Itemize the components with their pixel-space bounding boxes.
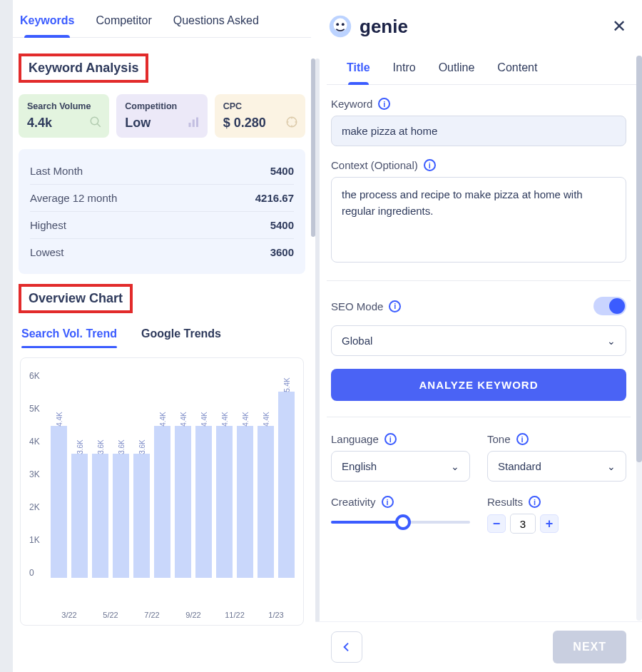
chart-bar: 3.6K: [113, 454, 129, 578]
stepper-minus-button[interactable]: −: [487, 514, 506, 533]
keyword-label: Keyword i: [331, 98, 626, 110]
subtab-google-trends[interactable]: Google Trends: [141, 327, 221, 347]
chevron-down-icon: ⌄: [607, 335, 616, 347]
bar-chart-icon: [188, 117, 200, 131]
chart-bar: 4.4K: [258, 426, 274, 578]
svg-rect-2: [188, 123, 190, 127]
back-button[interactable]: [331, 631, 362, 663]
chevron-down-icon: ⌄: [451, 461, 459, 472]
info-icon[interactable]: i: [384, 433, 397, 445]
svg-rect-3: [192, 120, 194, 128]
left-gutter: [0, 0, 13, 672]
chart-y-axis: 6K5K4K3K2K1K0: [29, 371, 51, 578]
chevron-down-icon: ⌄: [607, 461, 616, 472]
chart-bar: 4.4K: [51, 426, 67, 578]
stat-row: Last Month5400: [30, 158, 294, 185]
close-icon[interactable]: ✕: [612, 16, 626, 36]
stat-row: Highest5400: [30, 212, 294, 239]
chart-bar: 3.6K: [92, 454, 108, 578]
tab-competitor[interactable]: Competitor: [94, 10, 153, 37]
brand-name: genie: [360, 16, 408, 38]
info-icon[interactable]: i: [529, 496, 541, 508]
right-panel: genie ✕ Title Intro Outline Content Keyw…: [315, 0, 642, 672]
wizard-footer: NEXT: [315, 621, 642, 672]
left-panel: Keywords Competitor Questions Asked Keyw…: [13, 0, 315, 672]
card-competition: Competition Low: [116, 94, 207, 138]
context-label: Context (Optional) i: [331, 159, 626, 171]
svg-point-8: [336, 23, 339, 26]
target-icon: [285, 116, 298, 131]
overview-chart-title: Overview Chart: [29, 291, 123, 305]
chart-subtabs: Search Vol. Trend Google Trends: [19, 317, 305, 347]
seo-mode-label: SEO Mode i: [331, 300, 401, 312]
info-icon[interactable]: i: [378, 98, 390, 110]
highlight-keyword-analysis: Keyword Analysis: [19, 54, 148, 83]
chart-bar: 5.4K: [278, 392, 295, 578]
language-select[interactable]: English ⌄: [331, 451, 470, 482]
right-scrollbar-thumb[interactable]: [636, 56, 642, 462]
divider: [327, 280, 631, 281]
info-icon[interactable]: i: [389, 300, 401, 312]
chart-bar: 4.4K: [195, 426, 212, 578]
seo-mode-toggle[interactable]: [593, 297, 626, 315]
card-cpc: CPC $ 0.280: [215, 94, 305, 138]
stat-row: Lowest3600: [30, 239, 294, 265]
right-scrollbar-track: [636, 56, 642, 621]
right-tabs: Title Intro Outline Content: [327, 47, 642, 85]
tab-outline[interactable]: Outline: [437, 57, 477, 84]
card-search-volume: Search Volume 4.4k: [19, 94, 109, 138]
svg-rect-4: [196, 118, 198, 128]
region-select[interactable]: Global ⌄: [331, 325, 626, 356]
chart-bar: 4.4K: [237, 426, 253, 578]
tab-content[interactable]: Content: [496, 57, 539, 84]
region-value: Global: [342, 335, 372, 347]
tone-select[interactable]: Standard ⌄: [487, 451, 626, 482]
tab-keywords[interactable]: Keywords: [19, 10, 76, 37]
card-competition-label: Competition: [125, 101, 198, 111]
keyword-analysis-title: Keyword Analysis: [29, 61, 138, 75]
left-tabs: Keywords Competitor Questions Asked: [13, 0, 311, 38]
chart-x-axis: 3/225/227/229/2211/221/23: [51, 611, 295, 619]
analyze-keyword-button[interactable]: ANALYZE KEYWORD: [331, 369, 626, 401]
stats-panel: Last Month5400 Average 12 month4216.67 H…: [19, 149, 305, 274]
chart-bar: 4.4K: [175, 426, 191, 578]
tab-intro[interactable]: Intro: [392, 57, 417, 84]
chart-bar: 4.4K: [154, 426, 170, 578]
highlight-overview-chart: Overview Chart: [19, 284, 133, 313]
card-cpc-label: CPC: [223, 101, 297, 111]
keyword-input[interactable]: [331, 116, 626, 146]
search-volume-chart: 6K5K4K3K2K1K0 4.4K3.6K3.6K3.6K3.6K4.4K4.…: [20, 357, 304, 626]
subtab-search-vol-trend[interactable]: Search Vol. Trend: [21, 327, 117, 347]
language-label: Language i: [331, 433, 470, 445]
stepper-plus-button[interactable]: +: [540, 514, 559, 533]
tab-questions-asked[interactable]: Questions Asked: [172, 10, 260, 37]
chart-bar: 4.4K: [216, 426, 233, 578]
svg-point-0: [91, 117, 99, 125]
results-input[interactable]: [510, 514, 536, 534]
tone-label: Tone i: [487, 433, 626, 445]
results-label: Results i: [487, 496, 626, 508]
results-stepper: − +: [487, 514, 626, 534]
info-icon[interactable]: i: [516, 433, 529, 445]
creativity-label: Creativity i: [331, 496, 470, 508]
divider: [327, 417, 631, 417]
chart-bar: 3.6K: [71, 454, 88, 578]
chart-bars: 4.4K3.6K3.6K3.6K3.6K4.4K4.4K4.4K4.4K4.4K…: [51, 371, 295, 578]
chart-bar: 3.6K: [133, 454, 150, 578]
info-icon[interactable]: i: [424, 159, 436, 171]
search-icon: [89, 116, 102, 131]
info-icon[interactable]: i: [382, 496, 394, 508]
card-search-volume-label: Search Volume: [27, 101, 101, 111]
brand-logo: genie: [327, 13, 408, 40]
genie-mascot-icon: [327, 13, 354, 40]
svg-line-1: [98, 123, 101, 127]
creativity-slider[interactable]: [331, 514, 470, 531]
stat-row: Average 12 month4216.67: [30, 185, 294, 212]
tab-title[interactable]: Title: [345, 57, 372, 84]
context-textarea[interactable]: [331, 177, 626, 263]
next-button[interactable]: NEXT: [553, 631, 626, 663]
svg-point-7: [334, 19, 347, 32]
svg-point-9: [342, 23, 345, 26]
